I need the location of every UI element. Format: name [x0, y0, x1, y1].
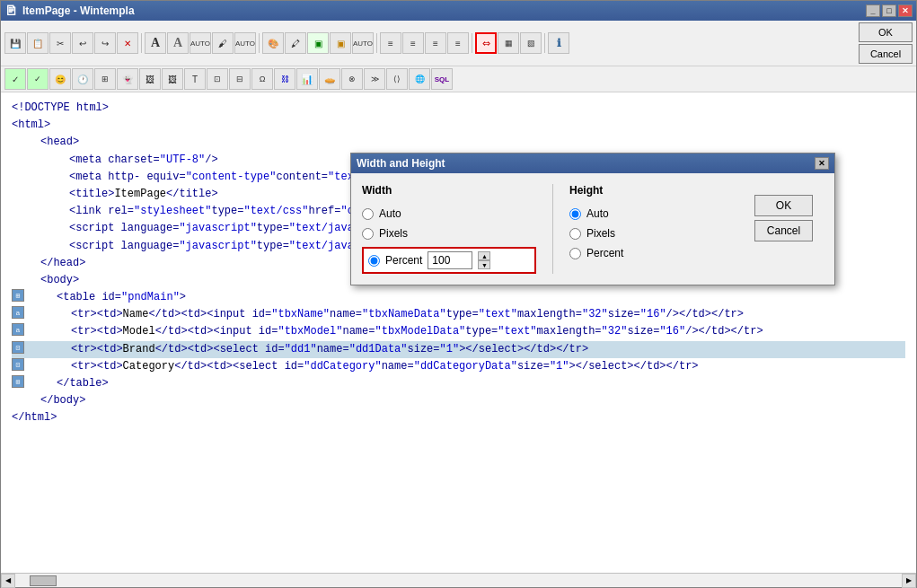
tb2-button[interactable]: ▧ — [520, 32, 542, 54]
pie-button[interactable]: 🥧 — [319, 68, 340, 90]
dialog-close-button[interactable]: ✕ — [815, 157, 829, 170]
bold-button[interactable]: A — [145, 32, 166, 54]
bold2-button[interactable]: A — [167, 32, 189, 54]
color1-button[interactable]: 🎨 — [262, 32, 284, 54]
img1-button[interactable]: 🖼 — [139, 68, 161, 90]
cut-button[interactable]: ✂ — [49, 32, 71, 54]
width-pixels-radio[interactable] — [362, 228, 374, 240]
code-line-doctype: <!DOCTYPE html> — [12, 100, 905, 117]
code-line-tr1: a <tr><td>Name</td><td><input id="tbxNam… — [12, 306, 905, 323]
sep5 — [544, 33, 545, 53]
minimize-button[interactable]: _ — [866, 4, 880, 17]
width-auto-radio[interactable] — [362, 208, 374, 220]
save-button[interactable]: 💾 — [4, 32, 26, 54]
width-percent-input[interactable] — [428, 251, 472, 269]
toolbar-row-1: 💾 📋 ✂ ↩ ↪ ✕ A A AUTO 🖌 AUTO 🎨 🖍 ▣ ▣ AUTO… — [1, 21, 916, 66]
tr1-icon: a — [12, 306, 24, 319]
clock-button[interactable]: 🕐 — [72, 68, 93, 90]
code-line-tr2: a <tr><td>Model</td><td><input id="tbxMo… — [12, 323, 905, 340]
color2-button[interactable]: 🖍 — [285, 32, 306, 54]
delete-button[interactable]: ✕ — [117, 32, 138, 54]
title-bar: 🖹 ItemPage - Wintempla _ □ ✕ — [1, 1, 916, 21]
close-window-button[interactable]: ✕ — [898, 4, 913, 17]
tb7-button[interactable]: ≫ — [364, 68, 385, 90]
ghost-button[interactable]: 👻 — [117, 68, 138, 90]
code-line-tr4: ⊡ <tr><td>Category</td><td><select id="d… — [12, 358, 905, 375]
align4-button[interactable]: ≡ — [447, 32, 469, 54]
height-pixels-label: Pixels — [586, 227, 615, 240]
ok-cancel-panel: OK Cancel — [859, 22, 913, 64]
window-title: ItemPage - Wintempla — [22, 4, 135, 17]
tb4-button[interactable]: ⊟ — [229, 68, 251, 90]
tb3-button[interactable]: ⊡ — [207, 68, 228, 90]
auto1-button[interactable]: AUTO — [190, 32, 211, 54]
code-line-endtable: ⊞ </table> — [12, 375, 905, 392]
auto2-button[interactable]: AUTO — [234, 32, 256, 54]
dialog-title: Width and Height — [357, 157, 445, 170]
height-section: Height Auto Pixels Percent — [569, 184, 744, 274]
color4-button[interactable]: ▣ — [330, 32, 351, 54]
tr3-icon: ⊡ — [12, 341, 24, 354]
check2-button[interactable]: ✓ — [27, 68, 48, 90]
table-button[interactable]: ⊞ — [94, 68, 116, 90]
code-line-head: <head> — [12, 134, 905, 151]
face-button[interactable]: 😊 — [49, 68, 71, 90]
cancel-button[interactable]: Cancel — [859, 44, 913, 64]
check1-button[interactable]: ✓ — [4, 68, 26, 90]
browser-button[interactable]: 🌐 — [409, 68, 430, 90]
height-auto-row: Auto — [569, 207, 744, 220]
maximize-button[interactable]: □ — [882, 4, 896, 17]
width-section: Width Auto Pixels Percent ▲ ▼ — [362, 184, 536, 274]
code-line-table: ⊞ <table id="pndMain"> — [12, 289, 905, 306]
dialog-body: Width Auto Pixels Percent ▲ ▼ — [351, 173, 834, 285]
info-button[interactable]: ℹ — [548, 32, 569, 54]
dialog-cancel-button[interactable]: Cancel — [754, 220, 813, 241]
width-percent-radio[interactable] — [368, 255, 380, 267]
tb5-button[interactable]: Ω — [251, 68, 273, 90]
width-height-button[interactable]: ⇔ — [475, 32, 497, 54]
scroll-right-button[interactable]: ▶ — [902, 574, 916, 588]
height-pixels-row: Pixels — [569, 227, 744, 240]
width-spin-down[interactable]: ▼ — [478, 260, 490, 269]
copy-button[interactable]: 📋 — [27, 32, 48, 54]
height-percent-radio[interactable] — [569, 248, 581, 259]
link-button[interactable]: ⛓ — [274, 68, 295, 90]
height-pixels-radio[interactable] — [569, 228, 581, 240]
width-percent-row: Percent ▲ ▼ — [362, 247, 536, 274]
horizontal-scrollbar[interactable]: ◀ ▶ — [1, 573, 916, 587]
width-title: Width — [362, 184, 536, 197]
code-button[interactable]: ⟨⟩ — [386, 68, 408, 90]
height-percent-label: Percent — [586, 247, 623, 259]
color3-button[interactable]: ▣ — [307, 32, 329, 54]
paint-button[interactable]: 🖌 — [212, 32, 234, 54]
align1-button[interactable]: ≡ — [380, 32, 401, 54]
align3-button[interactable]: ≡ — [425, 32, 446, 54]
tb1-button[interactable]: ▦ — [498, 32, 519, 54]
img2-button[interactable]: 🖼 — [162, 68, 183, 90]
code-line-endhtml: </html> — [12, 409, 905, 426]
sep1 — [141, 33, 142, 53]
scroll-left-button[interactable]: ◀ — [1, 574, 15, 588]
width-pixels-row: Pixels — [362, 227, 536, 240]
scroll-thumb[interactable] — [30, 575, 57, 586]
auto3-button[interactable]: AUTO — [352, 32, 374, 54]
width-percent-label: Percent — [385, 254, 422, 267]
code-line-tr3: ⊡ <tr><td>Brand</td><td><select id="dd1"… — [12, 341, 905, 358]
title-bar-controls: _ □ ✕ — [866, 4, 913, 17]
text1-button[interactable]: T — [184, 68, 206, 90]
height-auto-radio[interactable] — [569, 208, 581, 220]
align2-button[interactable]: ≡ — [402, 32, 424, 54]
undo-button[interactable]: ↩ — [72, 32, 93, 54]
app-icon: 🖹 — [4, 4, 17, 18]
dialog-buttons: OK Cancel — [754, 184, 824, 274]
chart-button[interactable]: 📊 — [296, 68, 318, 90]
redo-button[interactable]: ↪ — [94, 32, 116, 54]
width-spin-up[interactable]: ▲ — [478, 251, 490, 260]
height-auto-label: Auto — [586, 207, 609, 220]
sep2 — [259, 33, 260, 53]
dialog-ok-button[interactable]: OK — [754, 195, 813, 216]
tb6-button[interactable]: ⊗ — [341, 68, 363, 90]
ok-button[interactable]: OK — [859, 22, 913, 42]
sql-button[interactable]: SQL — [431, 68, 453, 90]
height-title: Height — [569, 184, 744, 197]
